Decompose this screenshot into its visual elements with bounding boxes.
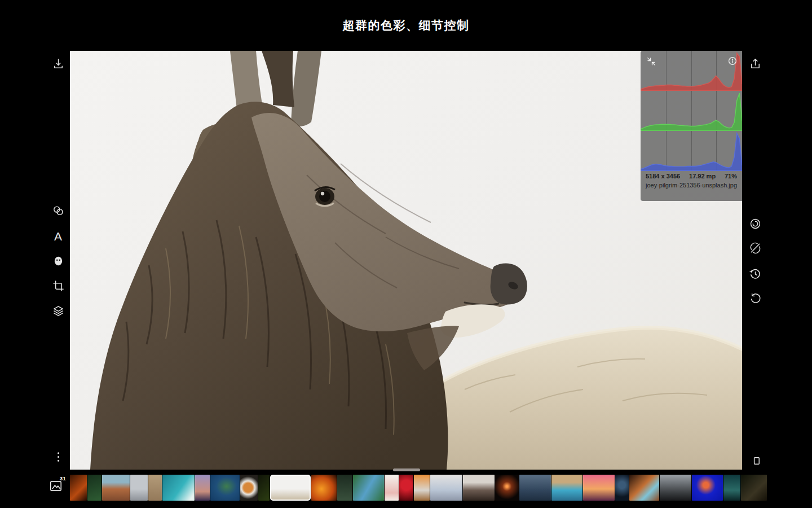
crop-icon: [52, 279, 65, 292]
image-filename: joey-pilgrim-251356-unsplash.jpg: [641, 182, 742, 189]
crop-button[interactable]: [50, 277, 67, 294]
thumbnail-deer-selected[interactable]: [270, 475, 311, 501]
thumbnail-stormy-sea[interactable]: [519, 475, 551, 501]
thumbnail-surfer-dark[interactable]: [615, 475, 629, 501]
more-button[interactable]: [50, 448, 67, 465]
download-button[interactable]: [50, 55, 67, 72]
histogram-channels: [641, 51, 742, 171]
collapse-panel-button[interactable]: [645, 55, 657, 68]
photo-count-badge: 31: [60, 476, 66, 481]
collapse-icon: [646, 56, 656, 67]
thumbnail-basketball-hoop[interactable]: [130, 475, 148, 501]
histogram-green: [641, 91, 742, 131]
layers-icon: [52, 304, 65, 317]
share-button[interactable]: [747, 55, 764, 72]
thumbnail-dark-plants[interactable]: [258, 475, 270, 501]
thumbnail-sunset-silhouette[interactable]: [583, 475, 615, 501]
thumbnail-window-foliage[interactable]: [337, 475, 352, 501]
thumbnail-food-bowl[interactable]: [240, 475, 258, 501]
thumbnail-teal-castle[interactable]: [723, 475, 740, 501]
share-icon: [749, 58, 762, 71]
thumbnail-italian-buildings[interactable]: [102, 475, 130, 501]
adjust-colors-icon: [52, 204, 65, 217]
toggle-browser-button[interactable]: [747, 452, 764, 469]
thumbnail-fire-closeup[interactable]: [70, 475, 87, 501]
image-dimensions: 5184 x 3456: [646, 173, 680, 179]
histogram-panel: 5184 x 3456 17.92 mp 71% joey-pilgrim-25…: [641, 51, 742, 201]
ml-enhance-icon: [749, 217, 762, 230]
revert-icon: [749, 292, 762, 305]
thumbnail-ocean-wave[interactable]: [162, 475, 195, 501]
thumbnail-havana-street[interactable]: [551, 475, 582, 501]
info-button[interactable]: [726, 55, 739, 67]
history-icon: [749, 268, 762, 281]
thumbnail-portrait-bright[interactable]: [430, 475, 462, 501]
download-icon: [52, 58, 65, 71]
adjust-colors-button[interactable]: [50, 202, 67, 219]
thumbnail-palm-trees[interactable]: [195, 475, 210, 501]
image-info-row: 5184 x 3456 17.92 mp 71%: [641, 173, 742, 179]
thumbnail-portrait-dark[interactable]: [463, 475, 495, 501]
photo-library-button[interactable]: [48, 479, 68, 498]
compare-icon: [749, 242, 762, 255]
thumbnail-sand-texture[interactable]: [148, 475, 162, 501]
zoom-level: 71%: [725, 173, 737, 179]
browser-drag-handle[interactable]: [393, 468, 420, 471]
text-tool-icon: A: [54, 230, 62, 242]
compare-button[interactable]: [747, 239, 764, 256]
thumbnail-fire-explosion[interactable]: [311, 475, 337, 501]
thumbnail-jellyfish[interactable]: [692, 475, 723, 501]
thumbnail-orchid-dark[interactable]: [741, 475, 767, 501]
revert-button[interactable]: [747, 290, 764, 306]
thumbnail-pink-flowers[interactable]: [385, 475, 399, 501]
thumbnail-canyon[interactable]: [629, 475, 659, 501]
thumbnail-glowing-sun[interactable]: [495, 475, 519, 501]
thumbnail-red-portrait[interactable]: [399, 475, 413, 501]
retouch-icon: [52, 255, 65, 268]
info-icon: [727, 56, 738, 66]
histogram-blue: [641, 131, 742, 171]
thumbnail-island-aerial[interactable]: [210, 475, 240, 501]
image-megapixels: 17.92 mp: [689, 173, 716, 179]
thumbnail-green-leaves[interactable]: [87, 475, 102, 501]
retouch-button[interactable]: [50, 252, 67, 269]
thumbnail-dark-tower[interactable]: [660, 475, 691, 501]
text-tool-button[interactable]: A: [50, 227, 67, 244]
history-button[interactable]: [747, 265, 764, 282]
ml-enhance-button[interactable]: [747, 215, 764, 232]
toggle-browser-icon: [749, 454, 762, 467]
layers-button[interactable]: [50, 302, 67, 319]
thumbnail-strip: [70, 475, 767, 501]
more-icon: [52, 450, 65, 463]
thumbnail-storefront-person[interactable]: [414, 475, 430, 501]
page-title: 超群的色彩、细节控制: [0, 17, 812, 33]
thumbnail-forest-river-aerial[interactable]: [353, 475, 384, 501]
photo-canvas[interactable]: 5184 x 3456 17.92 mp 71% joey-pilgrim-25…: [70, 51, 742, 470]
